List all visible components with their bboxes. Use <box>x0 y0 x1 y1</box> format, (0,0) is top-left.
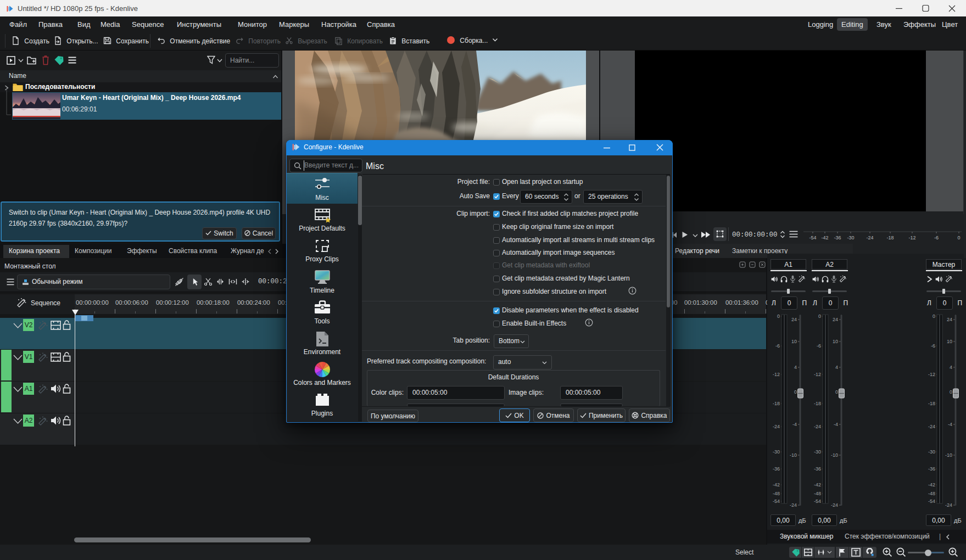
svg-text:-36: -36 <box>834 235 841 240</box>
svg-text:-36: -36 <box>814 466 821 472</box>
svg-text:-24: -24 <box>773 424 780 429</box>
svg-text:-18: -18 <box>814 401 821 406</box>
svg-text:-12: -12 <box>814 372 821 377</box>
svg-text:-30: -30 <box>814 449 821 455</box>
svg-text:0: 0 <box>818 313 821 319</box>
svg-text:-24: -24 <box>928 424 935 429</box>
svg-text:-36: -36 <box>928 466 935 472</box>
svg-text:-6: -6 <box>817 343 821 349</box>
svg-text:-48: -48 <box>814 491 821 496</box>
svg-text:-54: -54 <box>773 499 780 504</box>
svg-text:-24: -24 <box>945 502 952 508</box>
svg-text:-24: -24 <box>831 502 838 508</box>
svg-text:24: 24 <box>947 317 952 322</box>
svg-text:10: 10 <box>833 339 838 344</box>
svg-text:-24: -24 <box>814 424 821 429</box>
svg-text:-36: -36 <box>773 466 780 472</box>
svg-text:0: 0 <box>957 235 960 240</box>
svg-text:-4: -4 <box>792 422 797 427</box>
svg-text:-6: -6 <box>934 235 939 240</box>
svg-text:0: 0 <box>835 389 838 395</box>
svg-text:4: 4 <box>794 365 797 370</box>
svg-text:4: 4 <box>950 365 952 370</box>
svg-text:-18: -18 <box>886 235 894 240</box>
svg-text:-48: -48 <box>773 491 780 496</box>
svg-text:-12: -12 <box>928 372 935 377</box>
svg-text:-24: -24 <box>866 235 873 240</box>
svg-text:-42: -42 <box>821 235 828 240</box>
svg-text:-10: -10 <box>831 452 838 458</box>
svg-text:0: 0 <box>777 313 780 319</box>
svg-text:-48: -48 <box>928 491 935 496</box>
svg-text:-30: -30 <box>928 449 935 455</box>
svg-text:0: 0 <box>950 389 952 395</box>
svg-text:-42: -42 <box>928 482 935 488</box>
svg-text:-42: -42 <box>814 482 821 488</box>
svg-text:-18: -18 <box>773 401 780 406</box>
svg-text:-6: -6 <box>775 343 780 349</box>
svg-text:10: 10 <box>947 339 952 344</box>
svg-text:-18: -18 <box>928 401 935 406</box>
svg-text:-10: -10 <box>790 452 797 458</box>
svg-text:-54: -54 <box>814 499 821 504</box>
svg-text:-12: -12 <box>773 372 780 377</box>
svg-text:-24: -24 <box>790 502 797 508</box>
svg-text:-4: -4 <box>834 422 838 427</box>
svg-text:-30: -30 <box>847 235 854 240</box>
svg-text:24: 24 <box>833 317 838 322</box>
svg-text:0: 0 <box>933 313 935 319</box>
svg-text:24: 24 <box>791 317 797 322</box>
svg-text:4: 4 <box>835 365 838 370</box>
svg-text:-12: -12 <box>908 235 915 240</box>
svg-text:0: 0 <box>794 389 797 395</box>
svg-text:-42: -42 <box>773 482 780 488</box>
svg-text:-10: -10 <box>945 452 952 458</box>
svg-text:-30: -30 <box>773 449 780 455</box>
svg-text:10: 10 <box>791 339 797 344</box>
svg-text:-54: -54 <box>928 499 935 504</box>
svg-text:-54: -54 <box>809 235 816 240</box>
svg-text:-4: -4 <box>948 422 952 427</box>
svg-text:-6: -6 <box>931 343 935 349</box>
